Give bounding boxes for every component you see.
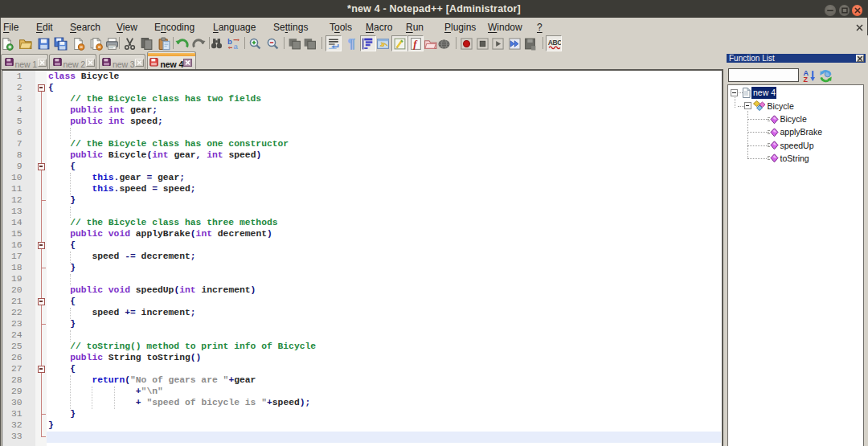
- svg-text:ABC: ABC: [547, 39, 560, 47]
- svg-text:a: a: [234, 42, 239, 51]
- svg-text:¶: ¶: [347, 37, 354, 51]
- svg-text:Z: Z: [803, 76, 808, 83]
- svg-text:b: b: [227, 37, 232, 46]
